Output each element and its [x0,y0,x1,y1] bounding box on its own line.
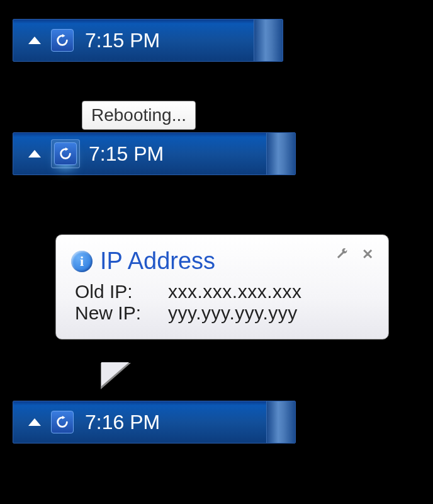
new-ip-row: New IP: yyy.yyy.yyy.yyy [75,302,373,324]
old-ip-label: Old IP: [75,281,157,302]
balloon-actions: ✕ [335,248,373,263]
reboot-icon [55,33,69,47]
new-ip-label: New IP: [75,302,157,324]
new-ip-value: yyy.yyy.yyy.yyy [168,302,298,324]
reboot-tray-icon [54,142,77,165]
reboot-icon [55,415,69,429]
show-desktop-button[interactable] [266,133,295,175]
reboot-tray-icon[interactable] [51,29,74,52]
reboot-icon [59,147,72,161]
reboot-tray-icon-highlighted[interactable] [51,139,80,168]
clock-time[interactable]: 7:15 PM [85,29,160,52]
balloon-title: IP Address [100,248,328,275]
close-icon[interactable]: ✕ [362,248,373,263]
ip-address-balloon: i IP Address ✕ Old IP: xxx.xxx.xxx.xxx N… [55,234,389,340]
taskbar-idle: 7:15 PM [13,19,283,62]
show-desktop-button[interactable] [254,20,283,61]
old-ip-value: xxx.xxx.xxx.xxx [168,281,302,302]
taskbar-done: 7:16 PM [13,401,296,444]
clock-time[interactable]: 7:16 PM [85,411,160,434]
clock-time[interactable]: 7:15 PM [89,142,164,166]
reboot-tray-icon[interactable] [51,411,74,433]
old-ip-row: Old IP: xxx.xxx.xxx.xxx [75,281,373,302]
show-desktop-button[interactable] [266,401,295,443]
show-hidden-icons-chevron[interactable] [28,418,41,426]
show-hidden-icons-chevron[interactable] [28,150,41,158]
show-hidden-icons-chevron[interactable] [28,37,41,44]
info-icon: i [71,251,93,272]
wrench-icon[interactable] [335,248,348,263]
balloon-header: i IP Address ✕ [71,248,373,275]
balloon-body: Old IP: xxx.xxx.xxx.xxx New IP: yyy.yyy.… [75,281,373,324]
taskbar-rebooting: 7:15 PM [13,132,296,175]
rebooting-tooltip: Rebooting... [82,101,196,130]
